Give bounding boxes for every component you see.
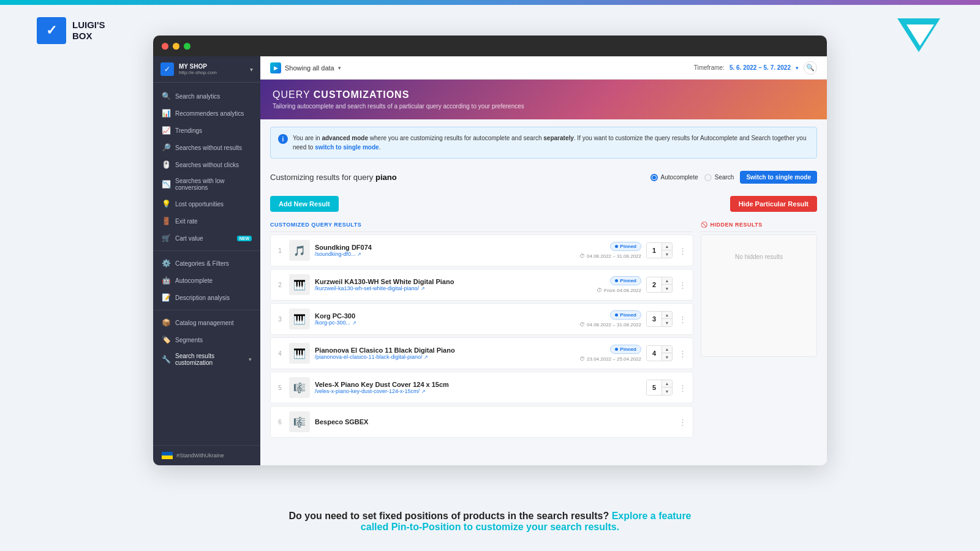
info-text6: . xyxy=(379,144,381,151)
product-name: Bespeco SGBEX xyxy=(315,418,594,425)
browser-chrome xyxy=(153,36,827,56)
sidebar-item-autocomplete[interactable]: 🤖 Autocomplete xyxy=(153,272,260,289)
shop-selector[interactable]: MY SHOP http://e-shop.com ▾ xyxy=(153,56,260,83)
position-up-arrow[interactable]: ▲ xyxy=(662,346,672,353)
query-controls: Autocomplete Search Switch to single mod… xyxy=(650,171,817,184)
sidebar-item-no-clicks[interactable]: 🖱️ Searches without clicks xyxy=(153,156,260,173)
sidebar-item-exit-rate[interactable]: 🚪 Exit rate xyxy=(153,212,260,230)
showing-all-data[interactable]: ▶ Showing all data ▾ xyxy=(270,62,341,73)
pinned-label: Pinned xyxy=(620,278,636,283)
position-up-arrow[interactable]: ▲ xyxy=(662,380,672,388)
explore-feature-link[interactable]: Explore a feature xyxy=(612,511,692,521)
no-hidden-results-text: No hidden results xyxy=(707,241,810,272)
position-down-arrow[interactable]: ▼ xyxy=(662,285,672,292)
app-layout: MY SHOP http://e-shop.com ▾ 🔍 Search ana… xyxy=(153,56,827,465)
pin-dot xyxy=(615,245,618,248)
ban-icon: 🚫 xyxy=(701,222,708,228)
row-number: 3 xyxy=(276,316,284,323)
pinned-label: Pinned xyxy=(620,312,636,318)
date-info: ⏱ 04.08.2022 – 31.08.2022 xyxy=(579,253,641,259)
product-meta: Pinned ⏱ 04.08.2022 – 31.08.2022 xyxy=(568,310,641,328)
catalog-icon: 📦 xyxy=(162,318,170,327)
sidebar-item-recommenders[interactable]: 📊 Recommenders analytics xyxy=(153,105,260,122)
add-new-result-button[interactable]: Add New Result xyxy=(270,196,339,212)
hidden-header-label: HIDDEN RESULTS xyxy=(710,222,763,228)
sidebar-item-trendings[interactable]: 📈 Trendings xyxy=(153,122,260,139)
sidebar-item-cart-value[interactable]: 🛒 Cart value NEW xyxy=(153,230,260,247)
product-info: Bespeco SGBEX xyxy=(315,418,594,425)
sidebar-item-label: Searches without clicks xyxy=(175,162,239,168)
sidebar-item-segments[interactable]: 🏷️ Segments xyxy=(153,331,260,348)
position-control: 5 ▲ ▼ xyxy=(646,380,673,395)
browser-dot-green[interactable] xyxy=(184,43,190,50)
sidebar-item-label: Searches without results xyxy=(175,144,242,151)
external-link-icon: ↗ xyxy=(424,354,428,360)
browser-dot-red[interactable] xyxy=(162,43,168,50)
position-down-arrow[interactable]: ▼ xyxy=(662,353,672,361)
sidebar-item-description[interactable]: 📝 Description analysis xyxy=(153,289,260,306)
position-arrows: ▲ ▼ xyxy=(662,243,672,258)
date-text: 23.04.2022 – 25.04.2022 xyxy=(587,356,641,362)
table-row: 4 🎹 Pianonova El Clasico 11 Black Digita… xyxy=(270,337,693,369)
product-url: /soundking-df0... ↗ xyxy=(315,251,563,257)
sidebar-item-low-conversions[interactable]: 📉 Searches with low conversions xyxy=(153,173,260,195)
search-radio[interactable]: Search xyxy=(704,174,734,181)
row-menu-button[interactable]: ⋮ xyxy=(677,349,688,358)
product-image: 🎹 xyxy=(289,274,310,295)
search-label: Search xyxy=(715,174,734,181)
position-up-arrow[interactable]: ▲ xyxy=(662,277,672,285)
switch-single-mode-link[interactable]: switch to single mode xyxy=(315,144,379,151)
row-menu-button[interactable]: ⋮ xyxy=(677,315,688,324)
autocomplete-label: Autocomplete xyxy=(661,174,698,181)
hide-particular-result-button[interactable]: Hide Particular Result xyxy=(730,196,817,212)
table-row: 3 🎹 Korg PC-300 /korg-pc-300... ↗ Pinned… xyxy=(270,303,693,335)
product-url-link[interactable]: /korg-pc-300... xyxy=(315,320,350,326)
row-menu-button[interactable]: ⋮ xyxy=(677,280,688,290)
info-text: You are in advanced mode where you are c… xyxy=(293,133,809,152)
customizing-label: Customizing results for query xyxy=(270,173,375,182)
autocomplete-radio[interactable]: Autocomplete xyxy=(650,174,698,181)
sidebar-item-lost-opportunities[interactable]: 💡 Lost opportunities xyxy=(153,195,260,212)
position-down-arrow[interactable]: ▼ xyxy=(662,319,672,326)
product-url: /veles-x-piano-key-dust-cover-124-x-15cm… xyxy=(315,388,563,394)
position-up-arrow[interactable]: ▲ xyxy=(662,312,672,319)
sidebar-item-label: Exit rate xyxy=(175,218,198,225)
hidden-column: 🚫 HIDDEN RESULTS No hidden results xyxy=(701,218,817,440)
row-menu-button[interactable]: ⋮ xyxy=(677,246,688,255)
product-url-link[interactable]: /pianonova-el-clasico-11-black-digital-p… xyxy=(315,354,423,360)
called-label: called xyxy=(361,522,391,532)
product-url-link[interactable]: /soundking-df0... xyxy=(315,251,356,257)
sidebar-item-label: Cart value xyxy=(175,235,203,242)
sidebar: MY SHOP http://e-shop.com ▾ 🔍 Search ana… xyxy=(153,56,260,465)
product-url-link[interactable]: /veles-x-piano-key-dust-cover-124-x-15cm… xyxy=(315,388,420,394)
position-up-arrow[interactable]: ▲ xyxy=(662,243,672,250)
product-meta: Pinned ⏱ 04.08.2022 – 31.08.2022 xyxy=(568,242,641,259)
pinned-label: Pinned xyxy=(620,347,636,352)
sidebar-item-no-results[interactable]: 🔎 Searches without results xyxy=(153,139,260,156)
row-menu-button[interactable]: ⋮ xyxy=(677,418,688,427)
pin-to-position-link[interactable]: Pin-to-Position xyxy=(391,522,461,532)
shop-info: MY SHOP http://e-shop.com xyxy=(179,63,217,75)
showing-icon: ▶ xyxy=(270,62,281,73)
info-text1: You are in xyxy=(293,135,322,141)
cart-value-left: 🛒 Cart value xyxy=(162,234,203,242)
position-down-arrow[interactable]: ▼ xyxy=(662,388,672,395)
row-menu-button[interactable]: ⋮ xyxy=(677,383,688,392)
sidebar-item-catalog[interactable]: 📦 Catalog management xyxy=(153,314,260,331)
sidebar-item-search-analytics[interactable]: 🔍 Search analytics xyxy=(153,88,260,105)
product-url-link[interactable]: /kurzweil-ka130-wh-set-white-digital-pia… xyxy=(315,285,419,291)
pin-dot xyxy=(615,348,618,351)
sidebar-item-search-customization[interactable]: 🔧 Search results customization ▾ xyxy=(153,348,260,370)
browser-window: MY SHOP http://e-shop.com ▾ 🔍 Search ana… xyxy=(153,36,827,465)
position-number: 2 xyxy=(647,277,662,292)
search-button[interactable]: 🔍 xyxy=(804,61,817,75)
product-info: Korg PC-300 /korg-pc-300... ↗ xyxy=(315,312,563,326)
flag-yellow xyxy=(162,455,173,459)
timeframe-dates[interactable]: 5. 6. 2022 – 5. 7. 2022 xyxy=(729,64,791,71)
query-bar: Customizing results for query piano Auto… xyxy=(270,166,817,189)
sidebar-item-categories[interactable]: ⚙️ Categories & Filters xyxy=(153,255,260,272)
switch-single-mode-button[interactable]: Switch to single mode xyxy=(740,171,817,184)
browser-dot-yellow[interactable] xyxy=(173,43,179,50)
external-link-icon: ↗ xyxy=(357,252,361,257)
position-down-arrow[interactable]: ▼ xyxy=(662,250,672,258)
